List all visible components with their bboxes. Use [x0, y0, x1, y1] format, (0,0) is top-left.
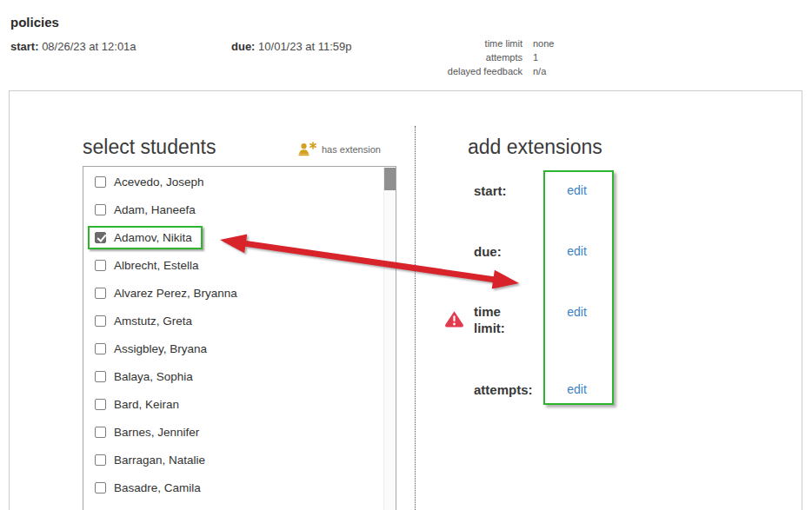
student-row: Barragan, Natalie — [83, 446, 396, 474]
time-limit-extension-label: time limit: — [474, 303, 521, 336]
extension-row-time-limit: time limit: — [474, 303, 521, 336]
policy-summary: time limit none attempts 1 delayed feedb… — [439, 38, 554, 76]
start-value: 08/26/23 at 12:01a — [42, 40, 136, 53]
student-name: Acevedo, Joseph — [114, 176, 204, 189]
student-row: Albrecht, Estella — [83, 251, 396, 279]
due-label: due: — [231, 40, 255, 53]
student-row: Adam, Haneefa — [83, 195, 396, 223]
extension-row-due: due: — [474, 243, 502, 260]
page-title: policies — [10, 15, 59, 30]
attempts-extension-label: attempts: — [474, 381, 533, 398]
select-students-heading: select students — [83, 136, 216, 159]
start-extension-label: start: — [474, 182, 507, 199]
time-limit-warning-icon — [444, 310, 464, 331]
student-checkbox[interactable] — [95, 371, 106, 382]
assignment-due: due: 10/01/23 at 11:59p — [231, 40, 352, 53]
student-checkbox[interactable] — [95, 204, 106, 215]
student-name: Bard, Keiran — [114, 398, 179, 411]
student-row-content: Basadre, Camila — [95, 481, 201, 494]
student-row: Bard, Keiran — [83, 390, 396, 418]
scrollbar-thumb[interactable] — [384, 168, 396, 190]
student-list: Acevedo, Joseph Adam, Haneefa Adamov, Ni… — [83, 166, 396, 510]
student-checkbox[interactable] — [95, 482, 106, 493]
student-name: Alvarez Perez, Bryanna — [114, 287, 237, 300]
due-extension-label: due: — [474, 243, 502, 260]
student-row — [83, 501, 396, 510]
student-row-content: Adamov, Nikita — [88, 226, 203, 249]
student-row-content: Barnes, Jennifer — [95, 426, 199, 439]
start-label: start: — [10, 40, 39, 53]
assignment-start: start: 08/26/23 at 12:01a — [10, 40, 136, 53]
student-row: Amstutz, Greta — [83, 307, 396, 334]
has-extension-legend: has extension — [298, 142, 381, 156]
student-row-content: Balaya, Sophia — [95, 370, 193, 383]
summary-label: attempts — [439, 52, 522, 63]
student-name: Barnes, Jennifer — [114, 426, 199, 439]
student-row-content: Acevedo, Joseph — [95, 176, 204, 189]
extension-row-start: start: — [474, 182, 507, 199]
student-row-content: Bard, Keiran — [95, 398, 179, 411]
student-checkbox[interactable] — [95, 427, 106, 438]
summary-value: none — [533, 38, 554, 49]
student-checkbox[interactable] — [95, 315, 106, 327]
due-value: 10/01/23 at 11:59p — [258, 40, 351, 53]
student-name: Albrecht, Estella — [114, 259, 199, 272]
summary-label: time limit — [439, 38, 522, 49]
edit-attempts-link[interactable]: edit — [543, 382, 610, 396]
summary-value: n/a — [533, 66, 554, 76]
student-row-content: Alvarez Perez, Bryanna — [95, 287, 237, 300]
student-checkbox[interactable] — [95, 232, 106, 243]
student-row-content: Assigbley, Bryana — [95, 342, 207, 355]
extension-row-attempts: attempts: — [474, 381, 533, 398]
panel-divider — [415, 126, 416, 510]
add-extensions-heading: add extensions — [468, 136, 602, 159]
student-name: Assigbley, Bryana — [114, 342, 207, 355]
edit-time-limit-link[interactable]: edit — [543, 305, 610, 319]
student-name: Adam, Haneefa — [114, 203, 196, 216]
student-row-content: Barragan, Natalie — [95, 454, 205, 467]
student-row-content: Albrecht, Estella — [95, 259, 199, 272]
student-row-content: Amstutz, Greta — [95, 315, 192, 328]
student-row: Acevedo, Joseph — [83, 168, 396, 195]
student-checkbox[interactable] — [95, 176, 106, 188]
edit-due-link[interactable]: edit — [543, 244, 610, 258]
has-extension-label: has extension — [322, 144, 381, 155]
student-name: Barragan, Natalie — [114, 454, 205, 467]
student-checkbox[interactable] — [95, 260, 106, 271]
student-row: Alvarez Perez, Bryanna — [83, 279, 396, 307]
student-name: Balaya, Sophia — [114, 370, 193, 383]
student-list-rows: Acevedo, Joseph Adam, Haneefa Adamov, Ni… — [83, 167, 396, 510]
student-row: Balaya, Sophia — [83, 362, 396, 390]
edit-start-link[interactable]: edit — [543, 183, 610, 197]
student-checkbox[interactable] — [95, 343, 106, 354]
student-row: Assigbley, Bryana — [83, 334, 396, 362]
student-list-scrollbar[interactable] — [383, 167, 396, 510]
student-checkbox[interactable] — [95, 399, 106, 410]
student-checkbox[interactable] — [95, 288, 106, 299]
person-star-icon — [298, 142, 317, 156]
student-row: Adamov, Nikita — [83, 223, 396, 251]
student-row: Basadre, Camila — [83, 474, 396, 501]
summary-label: delayed feedback — [439, 66, 522, 76]
student-row-content: Adam, Haneefa — [95, 203, 196, 216]
student-checkbox[interactable] — [95, 454, 106, 466]
student-row: Barnes, Jennifer — [83, 418, 396, 446]
summary-value: 1 — [533, 52, 554, 63]
student-name: Amstutz, Greta — [114, 315, 192, 328]
student-name: Basadre, Camila — [114, 481, 201, 494]
student-name: Adamov, Nikita — [114, 231, 192, 244]
